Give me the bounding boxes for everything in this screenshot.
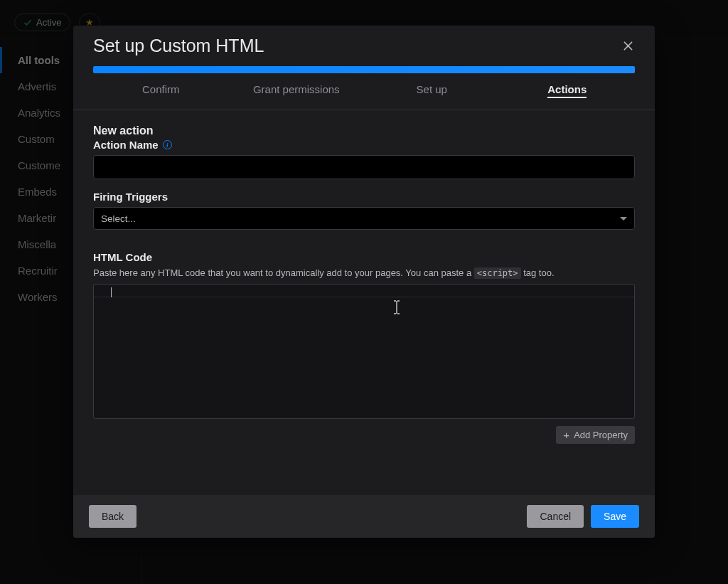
html-code-desc-post: tag too.	[521, 267, 555, 278]
step-confirm[interactable]: Confirm	[93, 83, 229, 102]
step-label: Set up	[417, 83, 447, 95]
action-name-input[interactable]	[93, 155, 635, 179]
step-actions[interactable]: Actions	[500, 83, 636, 102]
close-icon	[623, 41, 633, 51]
step-grant-permissions[interactable]: Grant permissions	[229, 83, 365, 102]
modal-header: Set up Custom HTML	[73, 26, 655, 62]
firing-triggers-select[interactable]: Select...	[93, 207, 635, 230]
step-label: Confirm	[142, 83, 180, 95]
action-name-label-text: Action Name	[93, 139, 159, 151]
new-action-heading: New action	[93, 124, 635, 137]
text-caret	[111, 287, 112, 297]
plus-icon: +	[563, 430, 569, 440]
save-button[interactable]: Save	[591, 505, 639, 528]
close-button[interactable]	[618, 36, 638, 56]
chevron-down-icon	[620, 217, 627, 221]
progress-fill	[93, 66, 635, 73]
action-name-label: Action Name i	[93, 139, 635, 151]
progress-bar	[73, 62, 655, 73]
firing-triggers-label: Firing Triggers	[93, 191, 635, 203]
add-property-button[interactable]: + Add Property	[556, 426, 635, 444]
step-label: Actions	[547, 83, 587, 98]
firing-triggers-placeholder: Select...	[101, 213, 136, 224]
step-label: Grant permissions	[253, 83, 340, 95]
modal-title: Set up Custom HTML	[93, 36, 264, 56]
cancel-button[interactable]: Cancel	[527, 505, 584, 528]
html-code-textarea[interactable]	[93, 284, 635, 419]
step-set-up[interactable]: Set up	[364, 83, 500, 102]
modal-overlay: Set up Custom HTML Confirm Grant permiss…	[0, 0, 728, 584]
modal-footer: Back Cancel Save	[73, 495, 655, 538]
add-property-label: Add Property	[574, 430, 628, 440]
setup-modal: Set up Custom HTML Confirm Grant permiss…	[73, 26, 655, 538]
html-code-label: HTML Code	[93, 251, 635, 263]
steps-nav: Confirm Grant permissions Set up Actions	[73, 73, 655, 110]
back-button[interactable]: Back	[89, 505, 136, 528]
html-code-description: Paste here any HTML code that you want t…	[93, 267, 635, 278]
modal-body: New action Action Name i Firing Triggers…	[73, 110, 655, 462]
html-code-desc-pre: Paste here any HTML code that you want t…	[93, 267, 474, 278]
info-icon[interactable]: i	[163, 140, 172, 149]
html-code-desc-code: <script>	[474, 267, 521, 279]
ibeam-cursor-icon	[392, 300, 401, 317]
